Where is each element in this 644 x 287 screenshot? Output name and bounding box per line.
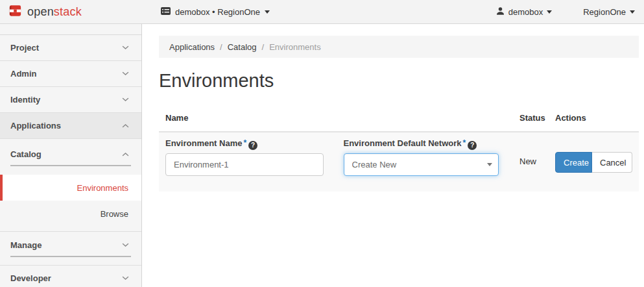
chevron-down-icon (122, 243, 129, 247)
chevron-down-icon (122, 97, 129, 102)
environment-network-label: Environment Default Network*? (344, 138, 499, 149)
page-title: Environments (159, 70, 639, 92)
region-menu[interactable]: RegionOne (583, 7, 635, 17)
openstack-cube-logo-icon (8, 3, 23, 20)
sidebar-item-label: Applications (10, 121, 61, 131)
environment-network-select[interactable]: Create New (344, 153, 499, 176)
region-menu-label: RegionOne (583, 7, 626, 17)
sidebar-item-label: Browse (101, 209, 128, 219)
sidebar-item-browse[interactable]: Browse (0, 201, 141, 227)
sidebar-item-label: Identity (10, 95, 40, 105)
breadcrumb-current: Environments (269, 42, 320, 52)
sidebar-item-label: Manage (10, 240, 42, 250)
user-menu[interactable]: demobox (496, 6, 552, 18)
column-header-actions: Actions (555, 113, 632, 123)
main-content: Applications / Catalog / Environments En… (142, 24, 644, 287)
breadcrumb-separator: / (220, 42, 222, 52)
sidebar-item-label: Catalog (10, 149, 42, 159)
sidebar-item-catalog[interactable]: Catalog (0, 143, 141, 165)
sidebar-group-catalog: Catalog (0, 139, 141, 166)
chevron-down-icon (122, 71, 129, 76)
chevron-down-icon (122, 276, 129, 281)
create-button[interactable]: Create (555, 152, 592, 173)
chevron-up-icon (122, 152, 129, 156)
breadcrumb: Applications / Catalog / Environments (159, 36, 639, 58)
table-row: Environment Name*? Environment Default N… (159, 132, 639, 192)
environment-name-field-group: Environment Name*? (165, 138, 324, 176)
environment-network-field-group: Environment Default Network*? Create New (344, 138, 499, 176)
sidebar-item-manage[interactable]: Manage (0, 234, 141, 256)
actions-cell: Create Cancel (555, 138, 632, 173)
project-list-icon (161, 7, 171, 17)
openstack-dashboard: openstack demobox • RegionOne (0, 0, 644, 287)
user-menu-label: demobox (508, 7, 543, 17)
table-header-row: Name Status Actions (159, 106, 639, 132)
sidebar-item-environments[interactable]: Environments (0, 175, 141, 201)
breadcrumb-separator: / (262, 42, 265, 52)
status-cell: New (519, 138, 555, 166)
sidebar-item-label: Environments (77, 183, 128, 193)
environment-name-input[interactable] (165, 153, 324, 176)
breadcrumb-link-catalog[interactable]: Catalog (228, 42, 257, 52)
sidebar-group-manage: Manage (0, 231, 141, 257)
breadcrumb-link-applications[interactable]: Applications (169, 42, 215, 52)
sidebar-nav: Project Admin Identity Applications Cata… (0, 24, 142, 287)
sidebar-item-label: Admin (10, 69, 36, 79)
chevron-up-icon (122, 123, 129, 128)
user-icon (496, 6, 505, 18)
required-asterisk: * (243, 138, 246, 147)
required-asterisk: * (463, 138, 466, 147)
sidebar-item-label: Developer (10, 273, 51, 283)
openstack-brand[interactable]: openstack (0, 3, 143, 20)
sidebar-item-admin[interactable]: Admin (0, 61, 141, 87)
context-switcher-label: demobox • RegionOne (175, 7, 260, 17)
sidebar-item-project[interactable]: Project (0, 35, 141, 61)
sidebar-top-strip (0, 24, 141, 35)
column-header-status: Status (519, 113, 555, 123)
cancel-button[interactable]: Cancel (592, 152, 632, 173)
sidebar-item-applications[interactable]: Applications (0, 113, 141, 139)
chevron-down-icon (547, 10, 552, 14)
chevron-down-icon (630, 10, 635, 14)
chevron-down-icon (265, 10, 270, 14)
help-question-icon[interactable]: ? (468, 141, 477, 150)
environment-name-label: Environment Name*? (165, 138, 324, 149)
help-question-icon[interactable]: ? (248, 141, 257, 150)
sidebar-item-identity[interactable]: Identity (0, 87, 141, 113)
sidebar-item-label: Project (10, 43, 39, 53)
top-header-bar: openstack demobox • RegionOne (0, 0, 644, 24)
column-header-name[interactable]: Name (165, 113, 519, 123)
chevron-down-icon (122, 45, 129, 50)
openstack-logo-text: openstack (27, 5, 82, 19)
project-region-switcher[interactable]: demobox • RegionOne (161, 7, 270, 17)
sidebar-item-developer[interactable]: Developer (0, 265, 141, 287)
